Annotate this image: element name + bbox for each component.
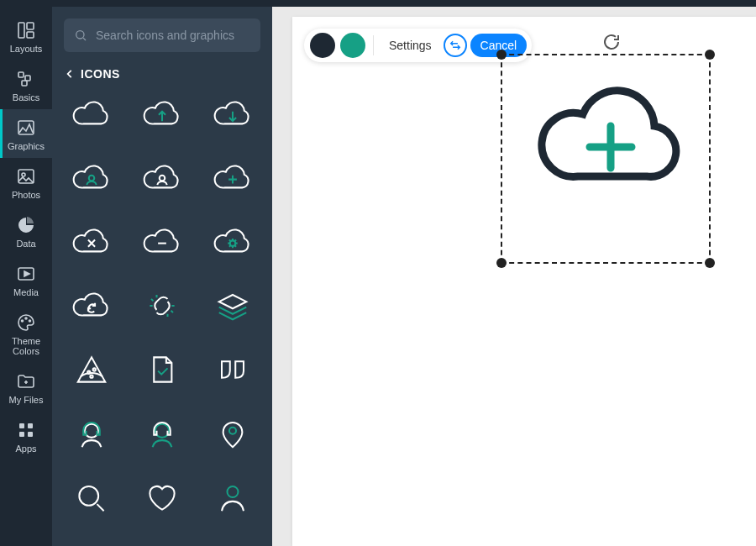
settings-button[interactable]: Settings <box>381 34 440 57</box>
photos-icon <box>16 166 36 186</box>
resize-handle-tr[interactable] <box>705 50 715 60</box>
nav-label: Apps <box>15 444 36 454</box>
icon-headset-user-alt[interactable] <box>134 412 190 455</box>
toolbar-separator <box>373 35 374 55</box>
svg-rect-14 <box>28 423 33 428</box>
nav-item-graphics[interactable]: Graphics <box>0 109 52 158</box>
svg-rect-0 <box>18 23 24 38</box>
user-icon <box>211 479 255 516</box>
heart-icon <box>140 479 184 516</box>
svg-point-10 <box>22 320 24 322</box>
nav-item-layouts[interactable]: Layouts <box>0 12 52 60</box>
nav-label: Graphics <box>8 141 45 151</box>
media-icon <box>16 264 36 284</box>
nav-label: Basics <box>13 92 39 102</box>
nav-label: Photos <box>12 190 40 200</box>
search-input[interactable] <box>96 29 250 42</box>
rotate-handle[interactable] <box>601 32 622 52</box>
resize-handle-tl[interactable] <box>496 50 507 60</box>
icon-user[interactable] <box>205 475 260 519</box>
search-icon <box>74 29 87 42</box>
canvas-area[interactable]: Settings Cancel <box>272 7 756 546</box>
nav-label: My Files <box>9 395 44 405</box>
svg-rect-2 <box>27 32 34 38</box>
icon-pizza[interactable] <box>64 348 119 391</box>
palette-icon <box>16 312 36 333</box>
quote-icon <box>211 351 255 388</box>
cloud-minus-icon <box>140 223 184 260</box>
icon-heart[interactable] <box>134 475 190 519</box>
chevron-left-icon <box>64 68 76 80</box>
selected-cloud-plus-icon[interactable] <box>531 79 682 197</box>
icon-cloud-user-alt[interactable] <box>134 156 190 200</box>
pizza-icon <box>70 351 113 388</box>
nav-item-theme-colors[interactable]: Theme Colors <box>0 304 52 363</box>
nav-sidebar: Layouts Basics Graphics Photos Data Medi… <box>0 7 52 546</box>
cloud-user-alt-icon <box>140 160 184 197</box>
icon-cloud-x[interactable] <box>64 220 119 264</box>
nav-item-data[interactable]: Data <box>0 207 52 255</box>
svg-rect-13 <box>19 423 24 428</box>
swap-colors-button[interactable] <box>444 34 467 57</box>
icon-cloud-upload[interactable] <box>134 92 190 136</box>
file-check-icon <box>140 351 184 388</box>
color-swatch-primary[interactable] <box>310 33 335 58</box>
canvas-page[interactable]: Settings Cancel <box>292 17 756 546</box>
nav-item-apps[interactable]: Apps <box>0 412 52 460</box>
cloud-user-icon <box>70 160 113 197</box>
icon-cloud-minus[interactable] <box>134 220 190 264</box>
icon-file-check[interactable] <box>134 348 190 391</box>
magnifier-icon <box>70 479 113 516</box>
headset-user-icon <box>70 415 113 452</box>
icon-search[interactable] <box>64 475 119 519</box>
folder-plus-icon <box>16 371 36 391</box>
cloud-upload-icon <box>140 96 184 133</box>
nav-label: Data <box>16 239 35 249</box>
icon-cloud[interactable] <box>64 92 119 136</box>
svg-point-8 <box>22 173 25 176</box>
nav-item-basics[interactable]: Basics <box>0 60 52 109</box>
search-box[interactable] <box>64 18 260 52</box>
rotate-icon <box>601 32 622 52</box>
icon-cloud-download[interactable] <box>205 92 260 136</box>
basics-icon <box>16 69 36 89</box>
svg-rect-15 <box>19 432 24 437</box>
panel-back-button[interactable]: ICONS <box>64 67 260 81</box>
nav-item-photos[interactable]: Photos <box>0 158 52 207</box>
svg-point-22 <box>93 368 96 370</box>
svg-rect-5 <box>22 81 27 86</box>
icon-cloud-sync[interactable] <box>64 284 119 328</box>
resize-handle-bl[interactable] <box>496 258 507 268</box>
svg-rect-1 <box>27 23 34 29</box>
svg-rect-3 <box>18 72 24 77</box>
swap-icon <box>449 39 461 51</box>
icon-link-break[interactable] <box>134 284 190 328</box>
cloud-x-icon <box>70 223 113 260</box>
panel-title-text: ICONS <box>81 67 120 81</box>
layers-icon <box>211 287 255 324</box>
svg-point-23 <box>90 375 92 378</box>
icon-cloud-gear[interactable] <box>205 220 260 264</box>
nav-item-my-files[interactable]: My Files <box>0 363 52 412</box>
nav-item-media[interactable]: Media <box>0 255 52 304</box>
color-swatch-accent[interactable] <box>340 33 365 58</box>
icon-layers[interactable] <box>205 284 260 328</box>
icon-headset-user[interactable] <box>64 412 119 455</box>
nav-label: Theme Colors <box>0 336 52 356</box>
svg-point-18 <box>89 176 95 181</box>
app-topbar <box>0 0 756 7</box>
headset-user-alt-icon <box>140 415 184 452</box>
svg-point-28 <box>228 486 239 497</box>
svg-point-12 <box>29 320 31 322</box>
icon-cloud-plus[interactable] <box>205 156 260 200</box>
icon-quote[interactable] <box>205 348 260 391</box>
svg-rect-4 <box>25 76 30 81</box>
svg-point-26 <box>229 428 236 434</box>
svg-point-27 <box>79 486 98 506</box>
svg-point-17 <box>76 31 84 39</box>
icon-map-pin[interactable] <box>205 412 260 455</box>
icon-cloud-user[interactable] <box>64 156 119 200</box>
resize-handle-br[interactable] <box>705 258 715 268</box>
nav-label: Layouts <box>10 44 43 54</box>
link-break-icon <box>140 287 184 324</box>
